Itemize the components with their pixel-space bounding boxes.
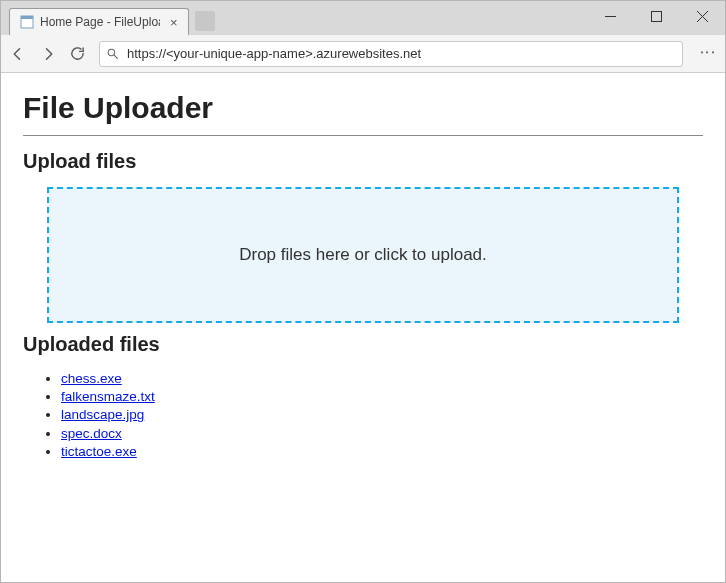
uploaded-file-link[interactable]: chess.exe: [61, 371, 122, 386]
list-item: spec.docx: [61, 425, 703, 443]
upload-dropzone[interactable]: Drop files here or click to upload.: [47, 187, 679, 323]
window-maximize-button[interactable]: [633, 1, 679, 31]
window-close-button[interactable]: [679, 1, 725, 31]
list-item: landscape.jpg: [61, 406, 703, 424]
window-minimize-button[interactable]: [587, 1, 633, 31]
page-content: File Uploader Upload files Drop files he…: [1, 73, 725, 479]
list-item: tictactoe.exe: [61, 443, 703, 461]
tab-title: Home Page - FileUploade: [40, 15, 160, 29]
viewport: File Uploader Upload files Drop files he…: [1, 73, 725, 582]
uploaded-file-link[interactable]: landscape.jpg: [61, 407, 144, 422]
titlebar: Home Page - FileUploade ×: [1, 1, 725, 35]
divider: [23, 135, 703, 136]
uploaded-file-list: chess.exefalkensmaze.txtlandscape.jpgspe…: [23, 370, 703, 461]
uploaded-file-link[interactable]: falkensmaze.txt: [61, 389, 155, 404]
search-icon: [106, 47, 119, 60]
tab-close-icon[interactable]: ×: [170, 15, 178, 30]
url-input[interactable]: [125, 45, 676, 62]
browser-window: Home Page - FileUploade ×: [0, 0, 726, 583]
svg-point-6: [108, 49, 115, 56]
new-tab-button[interactable]: [195, 11, 215, 31]
page-title: File Uploader: [23, 91, 703, 125]
svg-rect-3: [651, 11, 661, 21]
list-item: chess.exe: [61, 370, 703, 388]
favicon-icon: [20, 15, 34, 29]
back-button[interactable]: [9, 45, 29, 63]
dropzone-label: Drop files here or click to upload.: [239, 245, 487, 265]
reload-button[interactable]: [69, 45, 89, 62]
svg-line-7: [114, 55, 117, 58]
window-controls: [587, 1, 725, 31]
forward-button[interactable]: [39, 45, 59, 63]
toolbar: ⋮: [1, 35, 725, 73]
address-bar[interactable]: [99, 41, 683, 67]
browser-tab[interactable]: Home Page - FileUploade ×: [9, 8, 189, 35]
uploaded-file-link[interactable]: spec.docx: [61, 426, 122, 441]
list-item: falkensmaze.txt: [61, 388, 703, 406]
browser-menu-button[interactable]: ⋮: [693, 44, 717, 63]
uploaded-section-heading: Uploaded files: [23, 333, 703, 356]
svg-rect-1: [21, 16, 33, 19]
upload-section-heading: Upload files: [23, 150, 703, 173]
uploaded-file-link[interactable]: tictactoe.exe: [61, 444, 137, 459]
